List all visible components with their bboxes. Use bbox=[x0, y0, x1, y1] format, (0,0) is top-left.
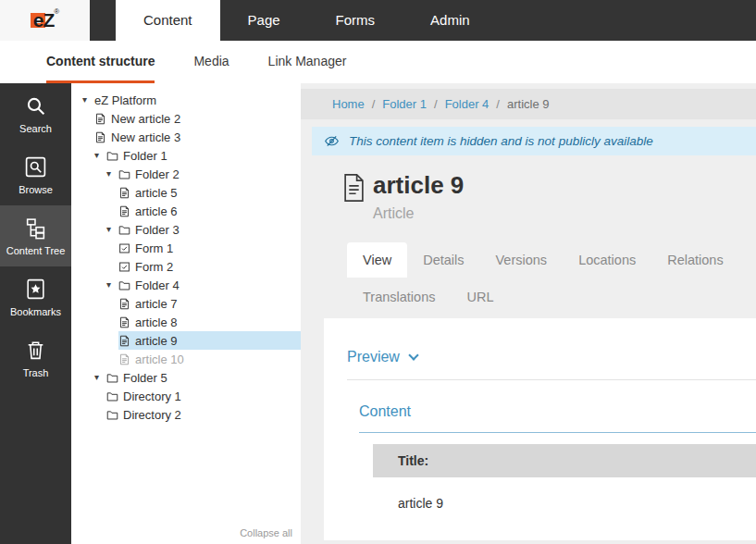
tree-item-content: article 9 bbox=[118, 331, 301, 350]
content-header: article 9 Article bbox=[342, 171, 756, 222]
tree-item-article-8[interactable]: article 8 bbox=[71, 313, 301, 331]
folder-icon bbox=[106, 150, 118, 162]
collapse-all-button[interactable]: Collapse all bbox=[240, 527, 292, 538]
content-tab-versions[interactable]: Versions bbox=[480, 242, 564, 278]
article-icon bbox=[118, 298, 130, 310]
tree-item-content: Directory 1 bbox=[106, 387, 301, 405]
main-nav-tab-label: Forms bbox=[336, 12, 376, 28]
tree-item-label: Directory 1 bbox=[123, 389, 181, 403]
view-tab-content: Preview Content Title: article 9 bbox=[324, 318, 756, 540]
sidebar-item-search[interactable]: Search bbox=[0, 83, 71, 144]
secondary-nav-tab-label: Content structure bbox=[46, 54, 155, 68]
caret-down-icon[interactable] bbox=[106, 225, 118, 234]
main-nav-tab-label: Admin bbox=[430, 12, 470, 28]
field-list: Title: article 9 bbox=[373, 444, 756, 529]
tree-item-folder-4[interactable]: Folder 4 bbox=[71, 276, 301, 294]
field-row-title-: Title: article 9 bbox=[373, 444, 756, 529]
sidebar-item-trash[interactable]: Trash bbox=[0, 328, 71, 389]
main-nav-tab-label: Content bbox=[143, 12, 192, 28]
tree-item-directory-2[interactable]: Directory 2 bbox=[71, 405, 301, 424]
main-nav-tab-admin[interactable]: Admin bbox=[403, 0, 498, 41]
main-nav-tab-content[interactable]: Content bbox=[116, 0, 220, 41]
breadcrumb-entry-article-9: / article 9 bbox=[489, 97, 549, 111]
tree-item-form-2[interactable]: Form 2 bbox=[71, 257, 301, 276]
caret-down-icon[interactable] bbox=[106, 280, 118, 290]
content-tab-label: Locations bbox=[578, 253, 636, 267]
main-nav-tab-forms[interactable]: Forms bbox=[308, 0, 403, 41]
content-tab-view[interactable]: View bbox=[347, 242, 407, 278]
caret-down-icon[interactable] bbox=[82, 95, 94, 105]
content-type-label: Article bbox=[373, 205, 464, 222]
tree-item-form-1[interactable]: Form 1 bbox=[71, 239, 301, 257]
sidebar-item-browse[interactable]: Browse bbox=[0, 144, 71, 205]
sidebar-item-bookmarks[interactable]: Bookmarks bbox=[0, 266, 71, 328]
secondary-nav-tab-link-manager[interactable]: Link Manager bbox=[268, 41, 347, 83]
article-icon bbox=[94, 131, 106, 143]
folder-icon bbox=[118, 279, 130, 291]
secondary-nav: Content structure Media Link Manager bbox=[0, 41, 756, 83]
tree-item-folder-2[interactable]: Folder 2 bbox=[71, 165, 301, 183]
main-nav-tab-page[interactable]: Page bbox=[220, 0, 308, 41]
form-icon bbox=[118, 261, 130, 273]
tree-item-article-5[interactable]: article 5 bbox=[71, 183, 301, 202]
tree-item-article-6[interactable]: article 6 bbox=[71, 202, 301, 220]
secondary-nav-tab-media[interactable]: Media bbox=[193, 41, 229, 83]
breadcrumb-item[interactable]: Folder 4 bbox=[445, 97, 490, 111]
breadcrumb-item[interactable]: Home bbox=[332, 97, 365, 111]
tree-item-label: Form 1 bbox=[135, 241, 173, 255]
tree-item-content: article 8 bbox=[118, 313, 301, 331]
tree-item-folder-5[interactable]: Folder 5 bbox=[71, 368, 301, 387]
content-tab-translations[interactable]: Translations bbox=[347, 279, 451, 315]
trash-icon bbox=[24, 339, 47, 362]
tree-item-content: article 5 bbox=[118, 183, 301, 202]
ez-logo-registered-mark: ® bbox=[54, 7, 59, 16]
tree-item-content: Directory 2 bbox=[106, 405, 301, 424]
secondary-nav-tab-label: Link Manager bbox=[268, 54, 347, 68]
divider bbox=[347, 379, 756, 380]
preview-toggle[interactable]: Preview bbox=[347, 349, 756, 365]
tree-item-new-article-3[interactable]: New article 3 bbox=[71, 128, 301, 146]
tree-item-folder-1[interactable]: Folder 1 bbox=[71, 146, 301, 165]
breadcrumb-item[interactable]: Folder 1 bbox=[382, 97, 427, 111]
tree-item-label: article 10 bbox=[135, 352, 184, 366]
content-tab-relations[interactable]: Relations bbox=[651, 242, 738, 278]
tree-item-label: Directory 2 bbox=[123, 408, 181, 422]
content-tab-locations[interactable]: Locations bbox=[563, 242, 651, 278]
sidebar-item-content-tree[interactable]: Content Tree bbox=[0, 205, 71, 266]
field-label: Title: bbox=[373, 444, 756, 477]
breadcrumb-separator: / bbox=[496, 97, 500, 111]
tree-item-label: Folder 1 bbox=[123, 149, 167, 163]
content-tab-details[interactable]: Details bbox=[407, 242, 479, 278]
breadcrumb-entry-folder-1: / Folder 1 bbox=[365, 97, 427, 111]
tree-item-label: Folder 5 bbox=[123, 371, 167, 385]
folder-icon bbox=[118, 224, 130, 236]
folder-icon bbox=[106, 372, 118, 384]
content-header-text: article 9 Article bbox=[373, 171, 464, 222]
tree-item-article-9[interactable]: article 9 bbox=[71, 331, 301, 350]
hidden-icon bbox=[324, 133, 340, 149]
ez-logo[interactable]: eZ ® bbox=[0, 0, 90, 41]
tree-item-directory-1[interactable]: Directory 1 bbox=[71, 387, 301, 405]
tree-item-folder-3[interactable]: Folder 3 bbox=[71, 220, 301, 239]
caret-down-icon[interactable] bbox=[94, 373, 106, 382]
breadcrumb: Home / Folder 1 / Folder 4 / article 9 bbox=[301, 89, 756, 119]
tree-item-content: New article 3 bbox=[94, 128, 301, 146]
article-icon bbox=[118, 316, 130, 328]
tree-icon bbox=[24, 216, 47, 240]
tree-item-content: Folder 4 bbox=[118, 276, 301, 294]
tree-item-label: New article 3 bbox=[111, 130, 180, 144]
tree-item-label: Folder 3 bbox=[135, 223, 180, 237]
tree-item-new-article-2[interactable]: New article 2 bbox=[71, 109, 301, 128]
tree-item-label: Folder 2 bbox=[135, 167, 180, 181]
form-icon bbox=[118, 242, 130, 254]
tree-item-content: eZ Platform bbox=[94, 91, 301, 109]
tree-item-ez-platform[interactable]: eZ Platform bbox=[71, 91, 301, 109]
caret-down-icon[interactable] bbox=[94, 151, 106, 160]
secondary-nav-tab-content-structure[interactable]: Content structure bbox=[46, 41, 155, 83]
caret-down-icon[interactable] bbox=[106, 169, 118, 179]
content-tabs-row1: View Details Versions Locations Relation… bbox=[347, 242, 756, 278]
tree-item-article-10[interactable]: article 10 bbox=[71, 350, 301, 368]
page-title: article 9 bbox=[373, 171, 464, 200]
content-tab-url[interactable]: URL bbox=[451, 279, 509, 315]
tree-item-article-7[interactable]: article 7 bbox=[71, 294, 301, 313]
